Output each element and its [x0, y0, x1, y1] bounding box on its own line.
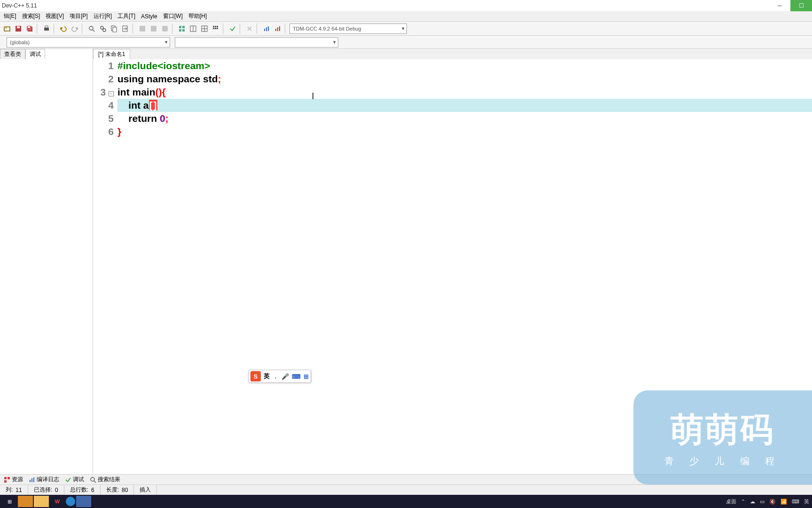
file-explorer-icon[interactable] — [34, 496, 49, 507]
replace-icon[interactable] — [98, 24, 108, 34]
svg-rect-6 — [28, 26, 30, 28]
menu-search[interactable]: 搜索[S] — [19, 12, 43, 20]
keyboard-icon[interactable]: ⌨ — [292, 373, 301, 380]
svg-rect-43 — [30, 480, 31, 482]
tray-up-icon[interactable]: ⌃ — [741, 499, 745, 505]
line-gutter: 123 −456 — [93, 59, 117, 474]
status-selected: 已选择:0 — [28, 485, 64, 495]
save-all-icon[interactable] — [24, 24, 35, 34]
scope-select[interactable]: (globals)▾ — [7, 37, 170, 48]
layout2-icon[interactable] — [199, 24, 210, 34]
task-app1-icon[interactable] — [18, 496, 33, 507]
chevron-down-icon: ▾ — [402, 25, 405, 32]
toolbar-scope: (globals)▾ ▾ — [0, 36, 812, 49]
menu-tools[interactable]: 工具[T] — [115, 12, 138, 20]
menu-run[interactable]: 运行[R] — [91, 12, 115, 20]
save-icon[interactable] — [13, 24, 23, 34]
menu-astyle[interactable]: AStyle — [138, 13, 160, 20]
mic-icon[interactable]: 🎤 — [281, 373, 289, 380]
run-icon[interactable] — [148, 24, 159, 34]
compiler-select[interactable]: TDM-GCC 4.9.2 64-bit Debug▾ — [289, 24, 407, 34]
tray-desktop[interactable]: 桌面 — [726, 498, 736, 505]
tray-cloud-icon[interactable]: ☁ — [750, 499, 755, 505]
svg-rect-36 — [268, 26, 269, 31]
svg-rect-38 — [277, 27, 278, 31]
btab-debug[interactable]: 调试 — [63, 476, 86, 484]
svg-rect-7 — [44, 28, 49, 31]
menu-view[interactable]: 视图[V] — [43, 12, 67, 20]
svg-rect-1 — [4, 27, 7, 28]
watermark-main: 萌萌码 — [671, 408, 775, 452]
browser-icon[interactable] — [66, 497, 75, 506]
btab-resources[interactable]: 资源 — [2, 476, 25, 484]
profile-del-icon[interactable] — [273, 24, 283, 34]
watermark: 萌萌码 青 少 儿 编 程 — [633, 390, 812, 484]
status-mode: 插入 — [134, 485, 157, 495]
tray-volume-icon[interactable]: 🔇 — [769, 499, 776, 505]
task-view-icon[interactable]: ⊞ — [2, 496, 17, 507]
debug-ok-icon[interactable] — [227, 24, 238, 34]
layout3-icon[interactable] — [211, 24, 221, 34]
svg-rect-39 — [279, 26, 280, 31]
tab-debug[interactable]: 调试 — [25, 49, 45, 59]
compile-run-icon[interactable] — [160, 24, 170, 34]
find-in-files-icon[interactable] — [109, 24, 119, 34]
sogou-logo-icon: S — [250, 371, 261, 381]
toolbar-main: TDM-GCC 4.9.2 64-bit Debug▾ — [0, 22, 812, 36]
tab-classes[interactable]: 查看类 — [0, 49, 25, 59]
find-icon[interactable] — [86, 24, 97, 34]
tray-wifi-icon[interactable]: 📶 — [781, 499, 787, 505]
statusbar: 列:11 已选择:0 总行数:6 长度:80 插入 — [0, 484, 812, 495]
grid-icon[interactable]: ⊞ — [304, 373, 309, 380]
status-total-lines: 总行数:6 — [64, 485, 101, 495]
status-length: 长度:80 — [101, 485, 134, 495]
ime-toolbar[interactable]: S 英 ， 🎤 ⌨ ⊞ — [248, 370, 311, 383]
maximize-button[interactable]: ☐ — [790, 0, 812, 11]
svg-rect-35 — [266, 27, 267, 31]
ime-lang[interactable]: 英 — [264, 372, 270, 381]
svg-line-47 — [94, 481, 96, 483]
print-icon[interactable] — [41, 24, 52, 34]
menu-project[interactable]: 项目[P] — [67, 12, 91, 20]
svg-rect-16 — [140, 26, 145, 32]
compile-icon[interactable] — [137, 24, 148, 34]
status-col: 列:11 — [0, 485, 28, 495]
svg-rect-32 — [215, 28, 216, 29]
debug-stop-icon[interactable] — [244, 24, 255, 34]
layout1-icon[interactable] — [188, 24, 198, 34]
ime-punct[interactable]: ， — [273, 372, 279, 381]
open-icon[interactable] — [2, 24, 12, 34]
svg-rect-30 — [217, 26, 218, 27]
menu-help[interactable]: 帮助[H] — [186, 12, 210, 20]
svg-rect-44 — [31, 478, 32, 482]
left-tabs: 查看类 调试 — [0, 49, 93, 59]
menu-window[interactable]: 窗口[W] — [160, 12, 186, 20]
wps-icon[interactable]: W — [50, 496, 65, 507]
svg-rect-20 — [182, 26, 185, 28]
btab-find-results[interactable]: 搜索结果 — [88, 476, 122, 484]
tray-ime[interactable]: 英 — [804, 498, 809, 505]
tray-battery-icon[interactable]: ▭ — [760, 499, 765, 505]
redo-icon[interactable] — [70, 24, 80, 34]
svg-rect-22 — [182, 29, 185, 32]
tray-keyboard-icon[interactable]: ⌨ — [792, 499, 799, 505]
svg-point-11 — [101, 26, 103, 29]
devcpp-icon[interactable] — [76, 496, 91, 507]
goto-icon[interactable] — [120, 24, 131, 34]
system-tray: 桌面 ⌃ ☁ ▭ 🔇 📶 ⌨ 英 — [726, 498, 809, 505]
rebuild-icon[interactable] — [177, 24, 187, 34]
menubar: 辑[E] 搜索[S] 视图[V] 项目[P] 运行[R] 工具[T] AStyl… — [0, 11, 812, 22]
svg-rect-40 — [4, 477, 7, 479]
file-tab-1[interactable]: [*] 未命名1 — [93, 49, 130, 59]
svg-rect-33 — [217, 28, 218, 29]
watermark-sub: 青 少 儿 编 程 — [664, 455, 781, 468]
member-select[interactable]: ▾ — [175, 37, 338, 48]
btab-compile-log[interactable]: 编译日志 — [27, 476, 61, 484]
profile-icon[interactable] — [261, 24, 272, 34]
minimize-button[interactable]: ─ — [769, 0, 790, 11]
menu-edit[interactable]: 辑[E] — [1, 12, 19, 20]
svg-rect-18 — [162, 26, 168, 32]
undo-icon[interactable] — [58, 24, 69, 34]
svg-rect-31 — [213, 28, 214, 29]
svg-rect-28 — [213, 26, 214, 27]
